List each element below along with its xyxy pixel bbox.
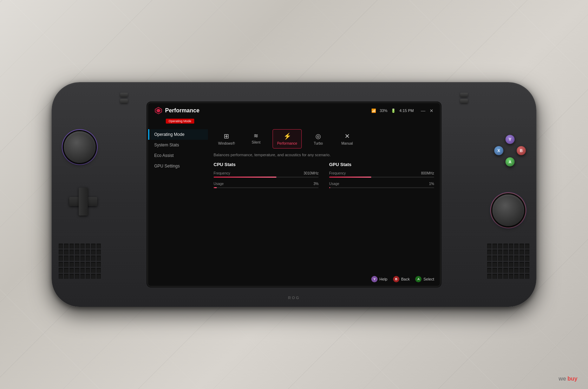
right-bumper-2[interactable] [460,99,468,103]
cpu-frequency-bar-track [214,177,319,178]
clock: 4:15 PM [399,108,414,113]
tab-performance[interactable]: ⚡ Performance [273,129,302,149]
gpu-stats-title: GPU Stats [329,162,434,167]
dpad-vertical [79,187,88,216]
cpu-usage-label-row: Usage 3% [214,182,319,186]
turbo-icon: ◎ [315,132,321,140]
rog-logo-bottom: ROG [288,296,300,300]
gpu-frequency-bar-fill [329,177,371,178]
gpu-frequency-label: Frequency [329,171,346,175]
screen: Performance 📶 33% 🔋 4:15 PM — ✕ [148,103,440,286]
b-button-small: B [393,276,399,282]
mode-description: Balances performance, temperature, and a… [214,153,434,157]
watermark: webuy [558,376,577,382]
gpu-frequency-row: Frequency 800MHz [329,171,434,178]
sidebar-item-gpu-settings[interactable]: GPU Settings [148,161,208,171]
battery-percentage: 33% [380,108,387,113]
cpu-usage-value: 3% [314,182,319,186]
cpu-frequency-label-row: Frequency 3010MHz [214,171,319,175]
gpu-usage-label-row: Usage 1% [329,182,434,186]
select-button[interactable]: A Select [415,276,434,282]
breadcrumb-bar: Operating Mode [148,117,440,126]
windows-icon: ⊞ [224,132,229,140]
left-bumper-2[interactable] [120,99,128,103]
manual-icon: ✕ [345,132,350,140]
minimize-button[interactable]: — [421,108,425,113]
sidebar-item-operating-mode[interactable]: Operating Mode [148,129,208,140]
tab-silent[interactable]: ≋ Silent [244,129,268,149]
a-button[interactable]: A [505,157,515,166]
y-button[interactable]: Y [505,135,515,144]
cpu-stats-title: CPU Stats [214,162,319,167]
sidebar: Operating Mode System Stats Eco Assist G… [148,126,208,273]
performance-icon: ⚡ [283,132,291,140]
close-button[interactable]: ✕ [430,108,433,113]
back-label: Back [401,277,410,281]
sidebar-item-eco-assist[interactable]: Eco Assist [148,150,208,161]
gpu-usage-row: Usage 1% [329,182,434,188]
select-label: Select [423,277,434,281]
cpu-frequency-bar-fill [214,177,276,178]
x-button[interactable]: X [494,146,503,155]
window-controls: — ✕ [421,108,433,113]
screen-content: Performance 📶 33% 🔋 4:15 PM — ✕ [148,103,440,286]
gpu-frequency-value: 800MHz [421,171,434,175]
left-thumbstick[interactable] [64,131,96,163]
gpu-usage-bar-fill [329,187,330,188]
gpu-frequency-label-row: Frequency 800MHz [329,171,434,175]
rog-ally-device: Y X B A ROG Performance [52,82,536,307]
title-right: 📶 33% 🔋 4:15 PM — ✕ [371,108,433,113]
b-button[interactable]: B [517,146,526,155]
cpu-usage-label: Usage [214,182,224,186]
tab-windows[interactable]: ⊞ Windows® [214,129,240,149]
gpu-usage-value: 1% [429,182,434,186]
help-label: Help [379,277,387,281]
title-bar: Performance 📶 33% 🔋 4:15 PM — ✕ [148,103,440,117]
help-button[interactable]: Y Help [371,276,387,282]
right-bumper-1[interactable] [460,93,468,97]
cpu-frequency-value: 3010MHz [303,171,319,175]
cpu-frequency-row: Frequency 3010MHz [214,171,319,178]
breadcrumb-tag: Operating Mode [166,119,194,124]
back-button[interactable]: B Back [393,276,410,282]
left-bumpers [120,93,128,103]
gpu-frequency-bar-track [329,177,434,178]
gpu-usage-label: Usage [329,182,339,186]
left-speaker [59,244,101,279]
dpad[interactable] [69,187,97,216]
cpu-usage-bar-fill [214,187,217,188]
battery-icon: 🔋 [391,108,396,113]
watermark-buy: buy [568,376,577,382]
svg-marker-1 [157,109,161,113]
watermark-we: we [558,376,566,382]
content-area: ⊞ Windows® ≋ Silent ⚡ Performance ◎ [208,126,440,273]
main-content: Operating Mode System Stats Eco Assist G… [148,126,440,273]
wifi-icon: 📶 [371,108,376,113]
right-bumpers [460,93,468,103]
sidebar-item-system-stats[interactable]: System Stats [148,140,208,150]
stats-container: CPU Stats Frequency 3010MHz [214,162,434,192]
left-bumper-1[interactable] [120,93,128,97]
gpu-stats: GPU Stats Frequency 800MHz [329,162,434,192]
cpu-usage-bar-track [214,187,319,188]
tab-manual[interactable]: ✕ Manual [335,129,359,149]
rog-app-icon [155,107,162,114]
a-button-small: A [415,276,422,282]
title-left: Performance [155,107,200,114]
mode-tabs: ⊞ Windows® ≋ Silent ⚡ Performance ◎ [214,129,434,149]
status-items: 📶 33% 🔋 4:15 PM [371,108,414,113]
cpu-usage-row: Usage 3% [214,182,319,188]
app-title: Performance [165,107,200,114]
abxy-buttons: Y X B A [494,135,526,166]
right-thumbstick[interactable] [492,194,524,226]
silent-icon: ≋ [254,132,258,139]
tab-turbo[interactable]: ◎ Turbo [306,129,331,149]
cpu-frequency-label: Frequency [214,171,230,175]
bottom-bar: Y Help B Back A Select [148,273,440,286]
gpu-usage-bar-track [329,187,434,188]
right-speaker [487,244,529,279]
y-button-small: Y [371,276,378,282]
cpu-stats: CPU Stats Frequency 3010MHz [214,162,319,192]
